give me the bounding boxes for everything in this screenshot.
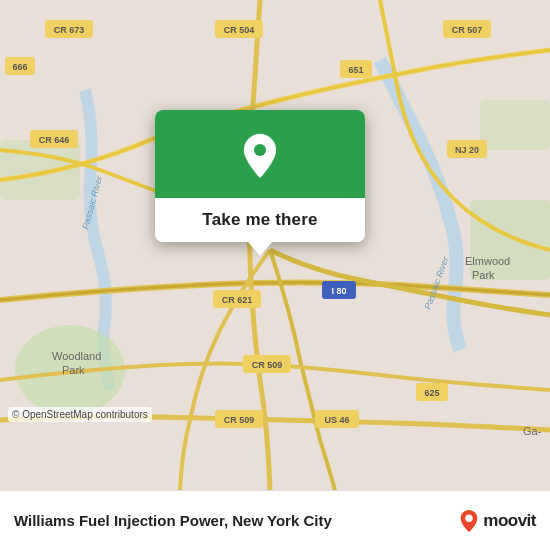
svg-text:666: 666 xyxy=(12,62,27,72)
svg-text:NJ 20: NJ 20 xyxy=(455,145,479,155)
location-name: Williams Fuel Injection Power, New York … xyxy=(14,512,449,529)
moovit-logo: moovit xyxy=(459,509,536,533)
map-container[interactable]: CR 673 CR 504 CR 507 666 651 CR 646 NJ 2… xyxy=(0,0,550,490)
svg-text:CR 646: CR 646 xyxy=(39,135,70,145)
svg-text:Park: Park xyxy=(62,364,85,376)
svg-text:CR 504: CR 504 xyxy=(224,25,255,35)
svg-text:651: 651 xyxy=(348,65,363,75)
take-me-there-button[interactable]: Take me there xyxy=(155,198,365,242)
svg-rect-3 xyxy=(470,200,550,280)
location-pin-icon xyxy=(241,132,279,180)
popup-header xyxy=(155,110,365,198)
moovit-brand-label: moovit xyxy=(483,511,536,531)
svg-point-39 xyxy=(466,514,473,521)
svg-text:Park: Park xyxy=(472,269,495,281)
svg-text:CR 507: CR 507 xyxy=(452,25,483,35)
map-attribution: © OpenStreetMap contributors xyxy=(8,407,152,422)
svg-text:Woodland: Woodland xyxy=(52,350,101,362)
svg-text:CR 509: CR 509 xyxy=(252,360,283,370)
svg-point-38 xyxy=(254,144,266,156)
svg-text:US 46: US 46 xyxy=(324,415,349,425)
popup-card: Take me there xyxy=(155,110,365,242)
svg-rect-4 xyxy=(480,100,550,150)
svg-text:625: 625 xyxy=(424,388,439,398)
svg-text:Elmwood: Elmwood xyxy=(465,255,510,267)
popup-pointer xyxy=(248,242,272,256)
moovit-pin-icon xyxy=(459,509,479,533)
svg-text:CR 621: CR 621 xyxy=(222,295,253,305)
svg-text:I 80: I 80 xyxy=(331,286,346,296)
svg-text:CR 509: CR 509 xyxy=(224,415,255,425)
bottom-bar: Williams Fuel Injection Power, New York … xyxy=(0,490,550,550)
svg-text:CR 673: CR 673 xyxy=(54,25,85,35)
svg-text:Ga-: Ga- xyxy=(523,425,542,437)
